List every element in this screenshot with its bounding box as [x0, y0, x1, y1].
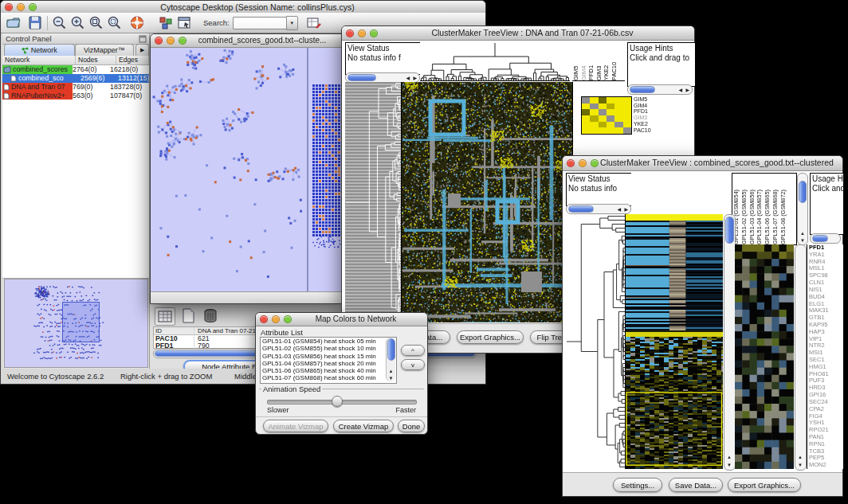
- dialog-titlebar[interactable]: Map Colors to Network: [256, 313, 427, 326]
- node-attributes-icon[interactable]: [158, 15, 174, 30]
- heatmap-zoom-view[interactable]: [735, 244, 794, 469]
- gene-label: MON2: [809, 462, 843, 469]
- scroll-down-arrow[interactable]: ▼: [798, 463, 803, 467]
- float-panel-icon[interactable]: [139, 35, 147, 43]
- attribute-list-item[interactable]: GPL51-04 (GSM857) heat shock 20 min: [261, 360, 396, 367]
- attribute-table-icon[interactable]: [306, 15, 322, 30]
- scroll-left-arrow[interactable]: ◀: [678, 88, 682, 92]
- attribute-list-item[interactable]: GPL51-07 (GSM868) heat shock 60 min: [261, 374, 396, 381]
- settings-button[interactable]: Settings...: [613, 478, 662, 492]
- scroll-thumb[interactable]: [568, 205, 594, 213]
- labels-vscrollbar[interactable]: ▲ ▼: [797, 173, 808, 245]
- zoom-fit-icon[interactable]: [88, 15, 104, 30]
- search-dropdown-arrow[interactable]: ▼: [286, 16, 298, 30]
- attribute-list-item[interactable]: GPL51-02 (GSM855) heat shock 10 min: [261, 345, 396, 352]
- network-view-scrollstrip[interactable]: [151, 291, 345, 303]
- tab-network[interactable]: Network: [4, 44, 75, 56]
- minimize-button[interactable]: [579, 159, 587, 167]
- status-hscrollbar[interactable]: ◀ ▶: [566, 204, 631, 214]
- create-vizmap-button[interactable]: Create Vizmap: [333, 420, 394, 432]
- zoom-button[interactable]: [179, 37, 186, 45]
- network-canvas[interactable]: [151, 48, 306, 291]
- scroll-up-arrow[interactable]: ▲: [389, 369, 394, 373]
- network-row-selected[interactable]: combined_sco 2569(6) 13112(15): [2, 74, 149, 83]
- animate-vizmap-button[interactable]: Animate Vizmap: [263, 420, 328, 432]
- close-button[interactable]: [5, 3, 13, 11]
- treeview1-titlebar[interactable]: ClusterMaker TreeView : DNA and Tran 07-…: [342, 26, 694, 41]
- network-row[interactable]: combined_scores 2764(0) 16218(0): [2, 65, 149, 74]
- heatmap-vscrollbar[interactable]: ▲ ▼: [724, 214, 736, 471]
- zoom-button[interactable]: [370, 29, 378, 37]
- tab-vizmapper[interactable]: VizMapper™: [75, 44, 135, 56]
- search-combo[interactable]: ▼: [233, 17, 298, 29]
- network-list-header[interactable]: Network Nodes Edges: [2, 56, 149, 65]
- save-icon[interactable]: [27, 15, 43, 30]
- list-vscrollbar[interactable]: ▲ ▼: [386, 338, 395, 381]
- browser-window-icon[interactable]: [176, 15, 192, 30]
- minimize-button[interactable]: [17, 3, 25, 11]
- heatmap-zoom-view[interactable]: [581, 96, 632, 135]
- close-button[interactable]: [155, 37, 163, 45]
- attribute-list-item[interactable]: GPL51-01 (GSM854) heat shock 05 min: [261, 338, 396, 345]
- save-data-button[interactable]: Save Data...: [669, 478, 723, 492]
- scroll-down-arrow[interactable]: ▼: [727, 463, 732, 467]
- zoom-vscrollbar[interactable]: ▲ ▼: [795, 244, 807, 471]
- close-button[interactable]: [567, 159, 575, 167]
- zoom-out-icon[interactable]: [52, 15, 68, 30]
- delete-attribute-icon[interactable]: [201, 307, 220, 324]
- scroll-thumb[interactable]: [725, 217, 734, 244]
- scroll-right-arrow[interactable]: ▶: [685, 88, 689, 92]
- zoom-in-icon[interactable]: [70, 15, 86, 30]
- scroll-up-arrow[interactable]: ▲: [798, 455, 803, 459]
- scroll-right-arrow[interactable]: ▶: [413, 76, 417, 80]
- usage-hscrollbar[interactable]: ◀ ▶: [627, 84, 693, 95]
- zoom-button[interactable]: [284, 315, 292, 323]
- scroll-left-arrow[interactable]: ◀: [406, 76, 410, 80]
- scroll-thumb[interactable]: [347, 74, 376, 81]
- network-grid-canvas[interactable]: [308, 48, 344, 291]
- scroll-thumb[interactable]: [812, 235, 828, 242]
- tab-overflow-arrow[interactable]: ▶: [135, 44, 149, 56]
- network-view-titlebar[interactable]: combined_scores_good.txt--cluste...: [151, 34, 345, 48]
- open-file-icon[interactable]: [6, 15, 22, 30]
- close-button[interactable]: [346, 29, 354, 37]
- new-attribute-icon[interactable]: [179, 307, 198, 324]
- column-dendrogram[interactable]: [420, 42, 570, 81]
- scroll-down-arrow[interactable]: ▼: [800, 238, 805, 243]
- minimize-button[interactable]: [272, 315, 280, 323]
- zoom-button[interactable]: [591, 159, 599, 167]
- zoom-button[interactable]: [29, 3, 37, 11]
- help-lifebuoy-icon[interactable]: [129, 15, 145, 30]
- move-down-button[interactable]: v: [401, 359, 425, 370]
- gene-dendrogram[interactable]: [566, 214, 626, 469]
- scroll-thumb[interactable]: [630, 86, 655, 93]
- minimize-button[interactable]: [358, 29, 366, 37]
- treeview2-titlebar[interactable]: ClusterMaker TreeView : combined_scores_…: [563, 156, 842, 171]
- speed-slider-thumb[interactable]: [332, 396, 343, 407]
- minimize-button[interactable]: [167, 37, 175, 45]
- export-graphics-button[interactable]: Export Graphics...: [728, 478, 801, 492]
- network-overview-thumbnail[interactable]: [4, 279, 148, 368]
- scroll-left-arrow[interactable]: ◀: [617, 207, 621, 212]
- scroll-up-arrow[interactable]: ▲: [800, 231, 805, 236]
- scroll-up-arrow[interactable]: ▲: [727, 455, 732, 459]
- scroll-thumb[interactable]: [799, 181, 807, 203]
- attribute-list-item[interactable]: GPL51-06 (GSM865) heat shock 40 min: [261, 367, 396, 374]
- search-input[interactable]: [233, 17, 286, 29]
- table-mode-icon[interactable]: [155, 307, 175, 326]
- row-dendrogram[interactable]: [345, 82, 401, 322]
- main-titlebar[interactable]: Cytoscape Desktop (Session Name: collins…: [1, 1, 485, 14]
- move-up-button[interactable]: ^: [401, 345, 425, 356]
- heatmap-global-view[interactable]: [401, 82, 573, 322]
- scroll-down-arrow[interactable]: ▼: [389, 376, 394, 381]
- scroll-right-arrow[interactable]: ▶: [624, 207, 628, 212]
- zoom-selected-icon[interactable]: [107, 15, 123, 30]
- attribute-list-item[interactable]: GPL51-03 (GSM856) heat shock 15 min: [261, 353, 396, 360]
- network-row[interactable]: DNA and Tran 07 769(0) 183728(0): [2, 83, 149, 92]
- close-button[interactable]: [260, 315, 268, 323]
- usage-hscrollbar[interactable]: [810, 233, 841, 244]
- done-button[interactable]: Done: [398, 420, 425, 432]
- scroll-thumb[interactable]: [387, 338, 395, 361]
- heatmap-global-view[interactable]: [626, 214, 723, 469]
- export-graphics-button[interactable]: Export Graphics...: [457, 330, 524, 344]
